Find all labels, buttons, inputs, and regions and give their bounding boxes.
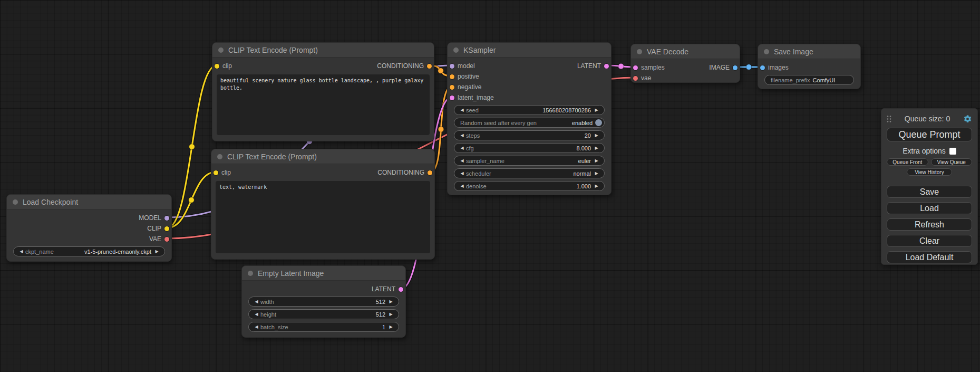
widget-steps[interactable]: ◀steps20▶ xyxy=(454,130,605,140)
widget-scheduler[interactable]: ◀schedulernormal▶ xyxy=(454,168,605,178)
output-slot-dot[interactable] xyxy=(428,170,432,175)
view-history-button[interactable]: View History xyxy=(907,168,952,176)
output-slot-dot[interactable] xyxy=(164,216,169,221)
input-slot-latent-image[interactable]: latent_image xyxy=(448,94,494,101)
output-slot-model[interactable]: MODEL xyxy=(139,214,171,222)
load-button[interactable]: Load xyxy=(887,202,972,214)
input-slot-dot[interactable] xyxy=(450,64,454,69)
link-midpoint-dot-clip-to-positive[interactable] xyxy=(189,144,195,150)
output-slot-dot[interactable] xyxy=(399,287,403,292)
decrement-arrow-icon[interactable]: ◀ xyxy=(254,312,259,317)
increment-arrow-icon[interactable]: ▶ xyxy=(594,184,599,188)
node-ksampler[interactable]: KSamplermodelLATENTpositivenegativelaten… xyxy=(447,42,612,195)
collapse-dot-icon[interactable] xyxy=(13,199,18,205)
input-slot-negative[interactable]: negative xyxy=(448,83,481,91)
output-slot-dot[interactable] xyxy=(733,65,738,70)
input-slot-dot[interactable] xyxy=(450,85,454,90)
node-load-checkpoint[interactable]: Load CheckpointMODELCLIPVAE◀ckpt_namev1-… xyxy=(6,194,172,262)
collapse-dot-icon[interactable] xyxy=(217,154,222,159)
increment-arrow-icon[interactable]: ▶ xyxy=(388,312,394,317)
increment-arrow-icon[interactable]: ▶ xyxy=(388,325,394,329)
node-clip-text-encode-negative[interactable]: CLIP Text Encode (Prompt)clipCONDITIONIN… xyxy=(211,149,435,260)
node-save-image[interactable]: Save Imageimagesfilename_prefixComfyUI xyxy=(758,44,861,89)
node-graph-canvas[interactable]: Load CheckpointMODELCLIPVAE◀ckpt_namev1-… xyxy=(0,0,980,372)
queue-front-button[interactable]: Queue Front xyxy=(887,158,928,166)
widget-batch-size[interactable]: ◀batch_size1▶ xyxy=(248,322,399,332)
output-slot-latent[interactable]: LATENT xyxy=(577,62,611,70)
link-midpoint-dot-clip-to-negative[interactable] xyxy=(189,197,195,203)
increment-arrow-icon[interactable]: ▶ xyxy=(594,108,599,112)
output-slot-dot[interactable] xyxy=(164,226,169,231)
view-queue-button[interactable]: View Queue xyxy=(931,158,973,166)
output-slot-dot[interactable] xyxy=(164,237,169,242)
output-slot-clip[interactable]: CLIP xyxy=(147,225,171,232)
link-midpoint-dot-ksampler-latent[interactable] xyxy=(618,63,624,69)
widget-height[interactable]: ◀height512▶ xyxy=(248,309,399,319)
node-header[interactable]: Save Image xyxy=(758,44,860,59)
widget-filename-prefix[interactable]: filename_prefixComfyUI xyxy=(764,75,854,85)
input-slot-clip[interactable]: clip xyxy=(212,62,232,70)
input-slot-dot[interactable] xyxy=(214,170,218,175)
input-slot-dot[interactable] xyxy=(450,96,454,100)
node-vae-decode[interactable]: VAE DecodesamplesIMAGEvae xyxy=(630,44,740,83)
input-slot-clip[interactable]: clip xyxy=(211,169,231,176)
collapse-dot-icon[interactable] xyxy=(453,47,459,53)
decrement-arrow-icon[interactable]: ◀ xyxy=(459,184,465,188)
output-slot-dot[interactable] xyxy=(427,64,432,69)
settings-gear-icon[interactable] xyxy=(963,115,972,123)
collapse-dot-icon[interactable] xyxy=(637,49,642,54)
decrement-arrow-icon[interactable]: ◀ xyxy=(18,250,24,254)
input-slot-positive[interactable]: positive xyxy=(448,73,479,80)
widget-seed[interactable]: ◀seed156680208700286▶ xyxy=(454,105,605,115)
decrement-arrow-icon[interactable]: ◀ xyxy=(459,146,465,150)
decrement-arrow-icon[interactable]: ◀ xyxy=(459,159,465,163)
output-slot-dot[interactable] xyxy=(604,64,609,69)
toggle-knob-icon[interactable] xyxy=(595,119,602,126)
increment-arrow-icon[interactable]: ▶ xyxy=(154,250,160,254)
link-midpoint-dot-image[interactable] xyxy=(746,64,752,70)
input-slot-vae[interactable]: vae xyxy=(631,74,651,82)
input-slot-dot[interactable] xyxy=(760,65,765,70)
input-slot-model[interactable]: model xyxy=(448,62,475,70)
node-header[interactable]: Empty Latent Image xyxy=(242,266,405,281)
prompt-textarea[interactable]: text, watermark xyxy=(216,181,430,253)
collapse-dot-icon[interactable] xyxy=(248,271,253,276)
save-button[interactable]: Save xyxy=(887,186,972,198)
increment-arrow-icon[interactable]: ▶ xyxy=(594,133,599,138)
collapse-dot-icon[interactable] xyxy=(764,49,769,54)
widget-random-seed-after-every-gen[interactable]: Random seed after every genenabled xyxy=(454,118,605,128)
input-slot-dot[interactable] xyxy=(633,76,638,81)
widget-width[interactable]: ◀width512▶ xyxy=(248,297,399,307)
extra-options-checkbox[interactable] xyxy=(949,148,956,155)
node-header[interactable]: VAE Decode xyxy=(631,44,740,59)
increment-arrow-icon[interactable]: ▶ xyxy=(594,146,599,150)
input-slot-images[interactable]: images xyxy=(758,64,789,71)
widget-denoise[interactable]: ◀denoise1.000▶ xyxy=(454,181,605,191)
load-default-button[interactable]: Load Default xyxy=(887,251,972,263)
drag-handle-icon[interactable] xyxy=(887,115,891,123)
increment-arrow-icon[interactable]: ▶ xyxy=(388,300,394,304)
increment-arrow-icon[interactable]: ▶ xyxy=(594,171,599,176)
output-slot-conditioning[interactable]: CONDITIONING xyxy=(377,62,434,70)
decrement-arrow-icon[interactable]: ◀ xyxy=(459,108,465,112)
node-header[interactable]: CLIP Text Encode (Prompt) xyxy=(212,43,434,58)
decrement-arrow-icon[interactable]: ◀ xyxy=(459,171,465,176)
input-slot-dot[interactable] xyxy=(215,64,219,69)
refresh-button[interactable]: Refresh xyxy=(887,218,972,231)
node-header[interactable]: Load Checkpoint xyxy=(7,195,171,209)
node-header[interactable]: KSampler xyxy=(448,43,611,58)
input-slot-dot[interactable] xyxy=(633,65,638,70)
link-midpoint-dot-positive-conditioning[interactable] xyxy=(438,68,444,74)
widget-cfg[interactable]: ◀cfg8.000▶ xyxy=(454,143,605,153)
decrement-arrow-icon[interactable]: ◀ xyxy=(254,325,259,329)
prompt-textarea[interactable]: beautiful scenery nature glass bottle la… xyxy=(217,74,430,135)
node-clip-text-encode-positive[interactable]: CLIP Text Encode (Prompt)clipCONDITIONIN… xyxy=(212,42,434,141)
widget-sampler-name[interactable]: ◀sampler_nameeuler▶ xyxy=(454,156,605,166)
clear-button[interactable]: Clear xyxy=(887,235,972,247)
node-header[interactable]: CLIP Text Encode (Prompt) xyxy=(211,149,434,164)
widget-ckpt-name[interactable]: ◀ckpt_namev1-5-pruned-emaonly.ckpt▶ xyxy=(13,246,165,256)
decrement-arrow-icon[interactable]: ◀ xyxy=(459,133,465,138)
output-slot-latent[interactable]: LATENT xyxy=(372,285,405,293)
link-midpoint-dot-negative-conditioning[interactable] xyxy=(438,127,444,132)
output-slot-vae[interactable]: VAE xyxy=(149,235,171,243)
